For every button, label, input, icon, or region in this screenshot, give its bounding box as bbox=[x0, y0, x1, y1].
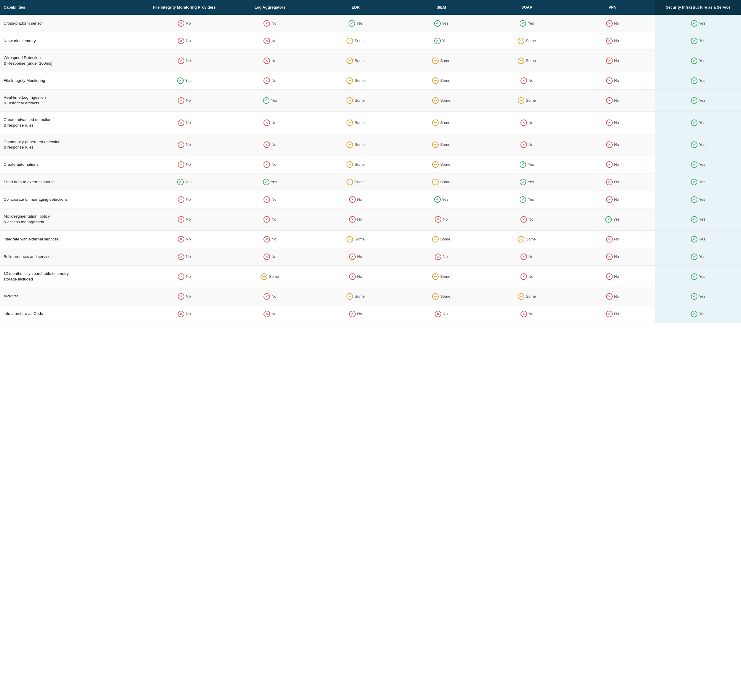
capability-cell: Collaborate on managing detections bbox=[0, 191, 141, 209]
siem-cell: ✓Yes bbox=[398, 15, 484, 32]
no-label: No bbox=[614, 179, 619, 185]
badge-some: ∼Some bbox=[432, 97, 450, 104]
badge-no: ×No bbox=[263, 161, 276, 168]
yes-icon: ✓ bbox=[263, 97, 269, 104]
no-label: No bbox=[614, 197, 619, 202]
yes-icon: ✓ bbox=[691, 293, 697, 300]
col-siaas: Security Infrastructure as a Service bbox=[655, 0, 741, 15]
badge-no: ×No bbox=[178, 20, 191, 27]
siem-cell: ∼Some bbox=[398, 231, 484, 248]
log-cell: ×No bbox=[227, 191, 313, 209]
no-icon: × bbox=[178, 236, 184, 243]
badge-no: ×No bbox=[263, 196, 276, 203]
badge-no: ×No bbox=[178, 196, 191, 203]
no-icon: × bbox=[606, 38, 613, 44]
badge-no: ×No bbox=[263, 77, 276, 84]
table-row: Microsegmentation; policy& access manage… bbox=[0, 209, 741, 231]
no-label: No bbox=[443, 217, 448, 222]
fim-cell: ×No bbox=[141, 288, 227, 305]
some-label: Some bbox=[354, 98, 365, 103]
yes-icon: ✓ bbox=[691, 216, 697, 223]
fim-cell: ×No bbox=[141, 266, 227, 288]
badge-no: ×No bbox=[178, 274, 191, 280]
capability-cell: 12 months fully searchable telemetrystor… bbox=[0, 266, 141, 288]
no-icon: × bbox=[520, 311, 527, 317]
siaas-cell: ✓Yes bbox=[655, 89, 741, 112]
col-soar: SOAR bbox=[484, 0, 570, 15]
table-row: Network telemetry×No×No∼Some✓Yes∼Some×No… bbox=[0, 32, 741, 50]
no-label: No bbox=[186, 142, 191, 147]
no-label: No bbox=[186, 311, 191, 317]
capability-cell: File Integrity Monitoring bbox=[0, 72, 141, 89]
vpn-cell: ×No bbox=[570, 231, 655, 248]
no-label: No bbox=[272, 294, 276, 299]
fim-cell: ✓Yes bbox=[141, 72, 227, 89]
siem-cell: ✓Yes bbox=[398, 32, 484, 50]
no-label: No bbox=[614, 254, 619, 259]
yes-label: Yes bbox=[528, 21, 534, 26]
siem-cell: ∼Some bbox=[398, 288, 484, 305]
some-label: Some bbox=[354, 294, 365, 299]
no-label: No bbox=[357, 217, 362, 222]
siaas-cell: ✓Yes bbox=[655, 15, 741, 32]
yes-label: Yes bbox=[442, 38, 448, 44]
no-label: No bbox=[186, 237, 191, 242]
some-label: Some bbox=[354, 120, 365, 125]
badge-no: ×No bbox=[263, 141, 276, 148]
no-icon: × bbox=[435, 216, 441, 223]
some-icon: ∼ bbox=[432, 293, 439, 300]
yes-icon: ✓ bbox=[348, 20, 355, 27]
table-row: Collaborate on managing detections×No×No… bbox=[0, 191, 741, 209]
some-label: Some bbox=[354, 179, 365, 185]
vpn-cell: ×No bbox=[570, 32, 655, 50]
no-icon: × bbox=[435, 253, 441, 260]
no-icon: × bbox=[606, 236, 613, 243]
some-label: Some bbox=[526, 38, 536, 44]
no-icon: × bbox=[606, 274, 613, 280]
yes-icon: ✓ bbox=[520, 196, 526, 203]
no-label: No bbox=[357, 197, 362, 202]
siem-cell: ∼Some bbox=[398, 112, 484, 134]
badge-yes: ✓Yes bbox=[434, 196, 448, 203]
some-icon: ∼ bbox=[432, 274, 439, 280]
yes-label: Yes bbox=[528, 162, 534, 167]
no-label: No bbox=[614, 237, 619, 242]
badge-no: ×No bbox=[520, 119, 534, 126]
yes-icon: ✓ bbox=[691, 77, 697, 84]
some-label: Some bbox=[440, 162, 450, 167]
col-vpn: VPN bbox=[570, 0, 655, 15]
badge-some: ∼Some bbox=[347, 141, 365, 148]
some-label: Some bbox=[354, 162, 365, 167]
badge-no: ×No bbox=[178, 141, 191, 148]
siaas-cell: ✓Yes bbox=[655, 156, 741, 174]
badge-no: ×No bbox=[606, 293, 619, 300]
vpn-cell: ×No bbox=[570, 89, 655, 112]
edr-cell: ∼Some bbox=[313, 50, 398, 72]
no-label: No bbox=[614, 294, 619, 299]
soar-cell: ×No bbox=[484, 112, 570, 134]
no-label: No bbox=[272, 311, 276, 317]
siaas-cell: ✓Yes bbox=[655, 50, 741, 72]
badge-some: ∼Some bbox=[347, 161, 365, 168]
siem-cell: ∼Some bbox=[398, 89, 484, 112]
soar-cell: ×No bbox=[484, 209, 570, 231]
some-icon: ∼ bbox=[518, 293, 524, 300]
capability-cell: Network telemetry bbox=[0, 32, 141, 50]
badge-no: ×No bbox=[178, 216, 191, 223]
badge-no: ×No bbox=[263, 216, 276, 223]
capability-cell: Create advanced detection& response rule… bbox=[0, 112, 141, 134]
fim-cell: ✓Yes bbox=[141, 174, 227, 191]
badge-some: ∼Some bbox=[261, 274, 279, 280]
no-icon: × bbox=[606, 20, 613, 27]
badge-no: ×No bbox=[520, 311, 534, 317]
no-label: No bbox=[186, 217, 191, 222]
yes-icon: ✓ bbox=[177, 179, 184, 185]
table-row: Send data to external source✓Yes✓Yes∼Som… bbox=[0, 174, 741, 191]
no-icon: × bbox=[263, 216, 270, 223]
fim-cell: ×No bbox=[141, 305, 227, 323]
yes-icon: ✓ bbox=[691, 57, 697, 64]
some-label: Some bbox=[440, 179, 450, 185]
badge-some: ∼Some bbox=[347, 97, 365, 104]
table-row: Real-time Log Ingestion& Historical Arti… bbox=[0, 89, 741, 112]
badge-some: ∼Some bbox=[432, 141, 450, 148]
